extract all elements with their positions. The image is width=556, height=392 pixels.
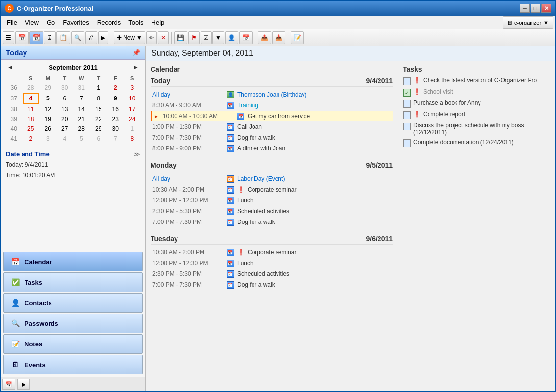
pin-icon[interactable]: 📌 (132, 49, 140, 56)
menu-tools[interactable]: Tools (125, 17, 147, 27)
delete-button[interactable]: ✕ (158, 31, 169, 44)
check-dropdown[interactable]: ▼ (212, 31, 224, 44)
next-month-button[interactable]: ► (130, 63, 141, 72)
save-button[interactable]: 💾 (174, 31, 187, 44)
calendar-day[interactable]: 3 (125, 83, 141, 92)
event-row[interactable]: All day👤Thompson Joan (Birthday) (151, 90, 393, 99)
datetime-collapse-button[interactable]: ≫ (134, 151, 140, 158)
calendar-day[interactable]: 14 (74, 105, 90, 114)
calendar-day[interactable]: 22 (91, 115, 107, 123)
calendar-day[interactable]: 26 (40, 124, 56, 133)
event-row[interactable]: 7:00 PM - 7:30 PM📅Dog for a walk (151, 133, 393, 143)
event-row[interactable]: ►10:00 AM - 10:30 AM📅Get my car from ser… (151, 111, 393, 121)
export-button[interactable]: 📤 (258, 31, 271, 44)
calendar-button[interactable]: 📅 (239, 31, 253, 44)
calendar-day[interactable]: 30 (57, 83, 73, 92)
contacts-button[interactable]: 👤 (225, 31, 238, 44)
calendar-day[interactable]: 29 (40, 83, 56, 92)
calendar-day[interactable]: 1 (125, 124, 141, 133)
calendar-day[interactable]: 28 (74, 124, 90, 133)
calendar-day[interactable]: 3 (40, 134, 56, 143)
check-button[interactable]: ☑ (201, 31, 212, 44)
menu-view[interactable]: View (21, 17, 43, 27)
calendar-day[interactable]: 21 (74, 115, 90, 123)
event-row[interactable]: 12:00 PM - 12:30 PM📅Lunch (151, 258, 393, 268)
calendar-day[interactable]: 18 (23, 115, 39, 123)
minimize-button[interactable]: ─ (520, 4, 530, 13)
task-checkbox[interactable] (403, 111, 411, 119)
calendar-day[interactable]: 4 (57, 134, 73, 143)
calendar-day[interactable]: 8 (125, 134, 141, 143)
search-button[interactable]: 🔍 (71, 31, 84, 44)
event-row[interactable]: 10:30 AM - 2:00 PM📅 ❗Corporate seminar (151, 247, 393, 257)
event-time-allday[interactable]: All day (152, 175, 224, 182)
menu-help[interactable]: Help (148, 17, 169, 27)
task-checkbox[interactable] (403, 139, 411, 147)
task-checkbox[interactable] (403, 100, 411, 108)
calendar-day[interactable]: 13 (57, 105, 73, 114)
calendar-day[interactable]: 7 (74, 93, 90, 104)
calendar-day[interactable]: 20 (57, 115, 73, 123)
calendar-day[interactable]: 8 (91, 93, 107, 104)
view-day-button[interactable]: 📅 (15, 31, 29, 44)
nav-btn-notes[interactable]: 📝Notes (3, 334, 143, 354)
calendar-day[interactable]: 6 (57, 93, 73, 104)
calendar-day[interactable]: 7 (107, 134, 124, 143)
menu-file[interactable]: File (3, 17, 21, 27)
calendar-day[interactable]: 10 (125, 93, 141, 104)
close-button[interactable]: ✕ (541, 4, 551, 13)
bottom-next-button[interactable]: ▶ (17, 379, 30, 390)
event-row[interactable]: 2:30 PM - 5:30 PM📅Scheduled activities (151, 206, 393, 216)
calendar-day[interactable]: 17 (125, 105, 141, 114)
calendar-day[interactable]: 12 (40, 105, 56, 114)
app-switcher-button[interactable]: 🖥 c-organizer ▼ (503, 16, 553, 29)
task-checkbox[interactable] (403, 77, 411, 85)
calendar-day[interactable]: 4 (23, 93, 39, 104)
nav-btn-contacts[interactable]: 👤Contacts (3, 293, 143, 313)
bottom-calendar-icon[interactable]: 📅 (2, 379, 15, 390)
task-checkbox[interactable] (403, 122, 411, 130)
import-button[interactable]: 📥 (272, 31, 285, 44)
print-button[interactable]: 🖨 (85, 31, 97, 44)
new-button[interactable]: ✚ New ▼ (114, 31, 145, 44)
calendar-day[interactable]: 30 (107, 124, 124, 133)
nav-btn-events[interactable]: 🗓Events (3, 355, 143, 374)
flag-button[interactable]: ⚑ (188, 31, 200, 44)
calendar-day[interactable]: 2 (107, 83, 124, 92)
nav-btn-tasks[interactable]: ✅Tasks (3, 272, 143, 292)
view-month-button[interactable]: 🗓 (44, 31, 56, 44)
event-row[interactable]: All day📅Labor Day (Event) (151, 174, 393, 184)
calendar-day[interactable]: 1 (91, 83, 107, 92)
menu-records[interactable]: Records (93, 17, 125, 27)
menu-favorites[interactable]: Favorites (59, 17, 93, 27)
event-row[interactable]: 1:00 PM - 1:30 PM📅Call Joan (151, 122, 393, 132)
calendar-day[interactable]: 28 (23, 83, 39, 92)
event-row[interactable]: 12:00 PM - 12:30 PM📅Lunch (151, 196, 393, 205)
calendar-day[interactable]: 6 (91, 134, 107, 143)
maximize-button[interactable]: □ (531, 4, 540, 13)
event-row[interactable]: 7:00 PM - 7:30 PM📅Dog for a walk (151, 280, 393, 290)
calendar-day[interactable]: 23 (107, 115, 124, 123)
event-row[interactable]: 8:00 PM - 9:00 PM📅A dinner with Joan (151, 144, 393, 153)
calendar-day[interactable]: 25 (23, 124, 39, 133)
calendar-day[interactable]: 31 (74, 83, 90, 92)
menu-go[interactable]: Go (43, 17, 59, 27)
calendar-day[interactable]: 29 (91, 124, 107, 133)
view-week-button[interactable]: 📆 (29, 31, 43, 44)
calendar-day[interactable]: 2 (23, 134, 39, 143)
calendar-day[interactable]: 5 (74, 134, 90, 143)
note-button[interactable]: 📝 (291, 31, 304, 44)
nav-btn-calendar[interactable]: 📅Calendar (3, 252, 143, 271)
view-year-button[interactable]: 📋 (56, 31, 70, 44)
calendar-day[interactable]: 11 (23, 105, 39, 114)
event-time-allday[interactable]: All day (152, 91, 224, 98)
calendar-day[interactable]: 15 (91, 105, 107, 114)
task-checkbox[interactable]: ✓ (403, 89, 411, 97)
edit-button[interactable]: ✏ (146, 31, 157, 44)
event-row[interactable]: 2:30 PM - 5:30 PM📅Scheduled activities (151, 269, 393, 279)
toolbar-menu-toggle[interactable]: ☰ (3, 31, 14, 44)
event-row[interactable]: 10:30 AM - 2:00 PM📅 ❗Corporate seminar (151, 185, 393, 195)
calendar-day[interactable]: 9 (107, 93, 124, 104)
calendar-day[interactable]: 19 (40, 115, 56, 123)
nav-btn-passwords[interactable]: 🔍Passwords (3, 314, 143, 333)
